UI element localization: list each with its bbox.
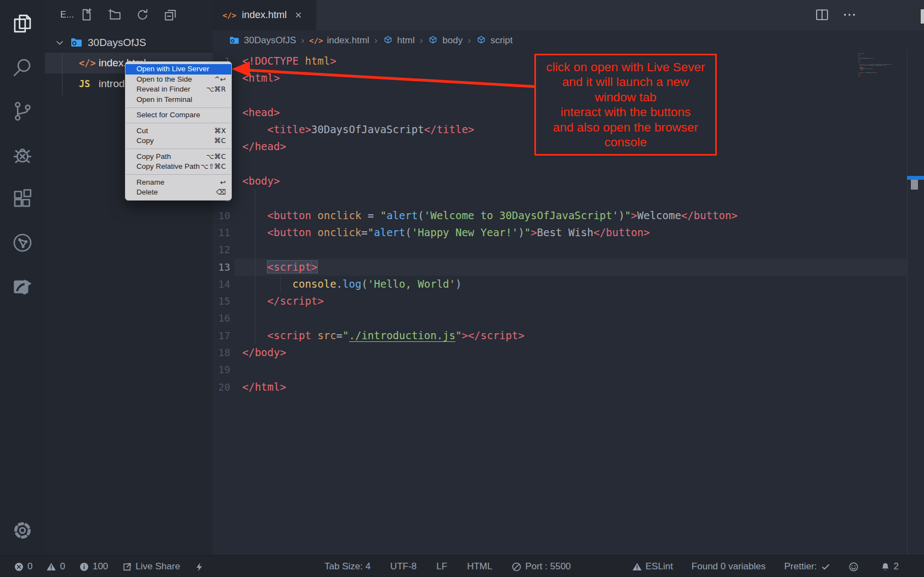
status-label: 100 xyxy=(93,561,108,572)
more-actions-icon[interactable] xyxy=(842,7,858,24)
line-number: 11 xyxy=(213,224,230,241)
code-line-18: </body> xyxy=(242,344,738,361)
status-100[interactable]: 100 xyxy=(79,561,108,572)
status-0[interactable]: 0 xyxy=(47,561,65,572)
code-line-11: <button onclick="alert('Happy New Year!'… xyxy=(242,224,738,241)
share-icon xyxy=(122,562,132,572)
menu-shortcut: ⌥⌘C xyxy=(206,152,226,162)
activity-run-debug[interactable] xyxy=(0,136,45,174)
code-line-20: </html> xyxy=(858,75,906,76)
collapse-all-icon xyxy=(163,7,179,22)
menu-item-copy-path[interactable]: Copy Path⌥⌘C xyxy=(126,152,231,162)
status-lf[interactable]: LF xyxy=(436,561,447,572)
scrollbar-thumb[interactable] xyxy=(911,180,918,190)
status-2[interactable]: 2 xyxy=(881,561,899,572)
status-bar: 00100Live Share Tab Size: 4UTF-8LFHTMLPo… xyxy=(0,555,924,577)
collapse-all-button[interactable] xyxy=(163,7,179,24)
code-line-8: <body> xyxy=(242,173,738,190)
scrollbar-track-edge xyxy=(907,50,908,555)
status-found-0-variables[interactable]: Found 0 variables xyxy=(692,561,766,572)
activity-search[interactable] xyxy=(0,48,45,87)
activity-source-control[interactable] xyxy=(0,92,45,130)
js-file-icon: JS xyxy=(79,78,95,89)
breadcrumb-index.html[interactable]: </>index.html xyxy=(309,35,369,46)
annotation-box: click on open with Live Severand it will… xyxy=(534,54,717,156)
activity-live-share[interactable] xyxy=(0,224,45,262)
menu-item-label: Rename xyxy=(136,178,164,188)
chevron-down-icon xyxy=(54,37,66,49)
menu-separator xyxy=(126,107,231,108)
files-icon xyxy=(11,12,34,35)
breadcrumb-body[interactable]: body xyxy=(427,35,463,46)
menu-item-reveal-in-finder[interactable]: Reveal in Finder⌥⌘R xyxy=(126,84,231,95)
tree-root-folder[interactable]: 30DaysOfJS xyxy=(45,33,213,53)
line-number: 12 xyxy=(213,241,230,258)
search-icon xyxy=(11,56,34,79)
breadcrumb-script[interactable]: script xyxy=(476,35,513,46)
activity-explorer[interactable] xyxy=(0,4,45,43)
status-utf-8[interactable]: UTF-8 xyxy=(390,561,417,572)
close-tab-icon[interactable] xyxy=(292,9,304,21)
breadcrumb-html[interactable]: html xyxy=(383,35,415,46)
status-0[interactable]: 0 xyxy=(14,561,32,572)
code-line-20: </html> xyxy=(242,379,738,396)
bug-icon xyxy=(11,144,34,167)
menu-item-rename[interactable]: Rename↩ xyxy=(126,178,231,188)
lightning-icon xyxy=(195,562,204,572)
status-live-share[interactable]: Live Share xyxy=(122,561,180,572)
activity-extensions[interactable] xyxy=(0,180,45,218)
symbol-cube-icon xyxy=(427,35,438,46)
symbol-cube-icon xyxy=(476,35,487,46)
status-smiley[interactable] xyxy=(849,562,862,572)
menu-item-label: Copy Relative Path xyxy=(136,162,200,172)
status-label: 0 xyxy=(27,561,32,572)
activity-live-server[interactable] xyxy=(0,267,45,306)
tab-index-html[interactable]: </> index.html xyxy=(213,0,316,30)
activity-settings[interactable] xyxy=(0,511,45,550)
menu-item-copy[interactable]: Copy⌘C xyxy=(126,136,231,146)
scroll-decoration xyxy=(921,9,924,24)
status-prettier-[interactable]: Prettier: xyxy=(784,561,830,572)
new-file-button[interactable] xyxy=(79,7,95,24)
line-number: 16 xyxy=(213,310,230,327)
menu-item-label: Cut xyxy=(136,126,148,136)
status-port-5500[interactable]: Port : 5500 xyxy=(512,561,571,572)
menu-item-delete[interactable]: Delete⌫ xyxy=(126,187,231,198)
code-line-12 xyxy=(242,241,738,258)
menu-item-open-to-the-side[interactable]: Open to the Side^↩ xyxy=(126,75,231,85)
new-folder-button[interactable] xyxy=(107,7,123,24)
status-html[interactable]: HTML xyxy=(467,561,492,572)
annotation-text-line: and also open the browser xyxy=(536,120,715,135)
status-lightning[interactable] xyxy=(195,562,208,572)
menu-item-label: Select for Compare xyxy=(136,110,200,121)
breadcrumb-label: script xyxy=(490,35,513,46)
split-editor-icon[interactable] xyxy=(814,7,831,24)
new-folder-icon xyxy=(107,7,123,22)
menu-item-open-with-live-server[interactable]: Open with Live Server xyxy=(126,64,231,75)
tab-bar: </> index.html xyxy=(213,0,924,30)
explorer-header: E... xyxy=(45,0,213,31)
menu-shortcut: ^↩ xyxy=(214,75,226,85)
menu-shortcut: ⌫ xyxy=(216,187,226,198)
line-number: 13 xyxy=(213,259,230,276)
menu-item-copy-relative-path[interactable]: Copy Relative Path⌥⇧⌘C xyxy=(126,162,231,172)
status-label: Prettier: xyxy=(784,561,817,572)
breadcrumb-separator: › xyxy=(301,35,304,46)
breadcrumb-30DaysOfJS[interactable]: 30DaysOfJS xyxy=(229,35,296,46)
smiley-icon xyxy=(849,562,858,572)
status-label: LF xyxy=(436,561,447,572)
code-line-17: <script src="./introduction.js"></script… xyxy=(242,327,738,344)
refresh-button[interactable] xyxy=(135,7,151,24)
menu-shortcut: ⌥⌘R xyxy=(206,84,226,95)
line-number: 10 xyxy=(213,207,230,224)
menu-item-open-in-terminal[interactable]: Open in Terminal xyxy=(126,95,231,105)
menu-item-cut[interactable]: Cut⌘X xyxy=(126,126,231,136)
status-eslint[interactable]: ESLint xyxy=(632,561,673,572)
status-label: ESLint xyxy=(646,561,673,572)
menu-item-select-for-compare[interactable]: Select for Compare xyxy=(126,110,231,121)
annotation-text-line: console xyxy=(536,135,715,150)
minimap[interactable]: <!DOCTYPE html><html><head> <title>30Day… xyxy=(858,53,906,130)
status-label: Port : 5500 xyxy=(525,561,571,572)
html-file-icon: </> xyxy=(309,36,323,45)
status-tab-size-4[interactable]: Tab Size: 4 xyxy=(324,561,370,572)
